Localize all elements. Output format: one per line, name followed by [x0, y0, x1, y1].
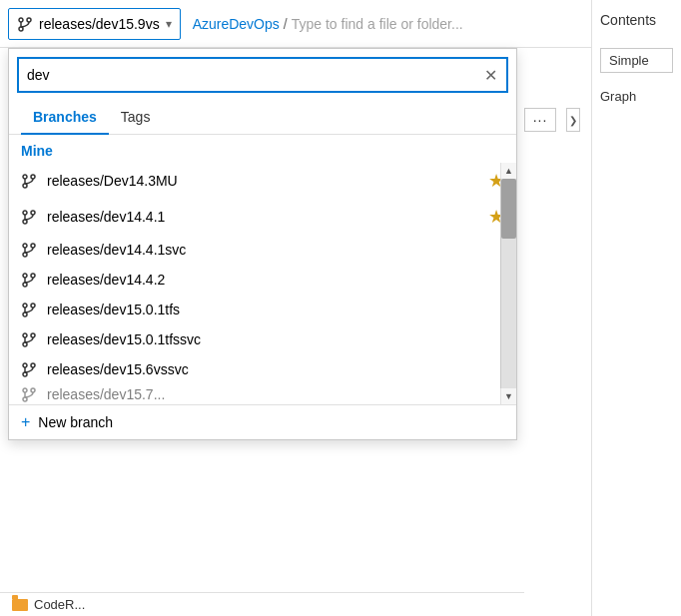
sidebar-contents-label: Contents	[592, 0, 681, 40]
svg-point-13	[23, 283, 27, 287]
tab-tags[interactable]: Tags	[109, 101, 163, 135]
bottom-folder-row: CodeR...	[0, 592, 524, 616]
branch-item-name: releases/dev15.6vssvc	[47, 361, 504, 377]
svg-point-7	[23, 220, 27, 224]
bottom-peek-label: CodeR...	[34, 597, 85, 612]
top-bar: releases/dev15.9vs ▾ AzureDevOps / Type …	[0, 0, 681, 48]
branch-list-container: ▲ releases/Dev14.3MU ★	[9, 163, 516, 404]
tabs-row: Branches Tags	[9, 101, 516, 135]
svg-point-20	[31, 333, 35, 337]
branch-item-name: releases/Dev14.3MU	[47, 173, 478, 189]
section-mine-header: Mine	[9, 135, 516, 163]
list-item[interactable]: releases/dev14.4.1 ★	[9, 199, 516, 235]
branch-dropdown-panel: ✕ Branches Tags Mine ▲ r	[8, 48, 517, 440]
svg-point-14	[31, 274, 35, 278]
plus-icon: +	[21, 413, 30, 431]
branch-item-name: releases/dev15.0.1tfs	[47, 302, 504, 317]
branch-item-name: releases/dev15.0.1tfssvc	[47, 331, 504, 347]
svg-point-9	[23, 244, 27, 248]
search-row: ✕	[17, 57, 508, 93]
sidebar-graph-label[interactable]: Graph	[592, 81, 681, 112]
right-sidebar: Contents Simple Graph	[591, 0, 681, 616]
svg-point-24	[23, 388, 27, 392]
breadcrumb-repo-link[interactable]: AzureDevOps	[193, 16, 280, 32]
svg-point-26	[31, 388, 35, 392]
new-branch-label: New branch	[38, 414, 113, 430]
branch-item-name: releases/dev14.4.1	[47, 209, 478, 225]
branch-icon	[21, 331, 37, 347]
svg-point-8	[31, 211, 35, 215]
scroll-down-button[interactable]: ▼	[500, 388, 516, 404]
svg-point-6	[23, 211, 27, 215]
scrollbar-thumb[interactable]	[501, 179, 516, 239]
scroll-up-button[interactable]: ▲	[500, 163, 516, 179]
svg-point-2	[27, 18, 31, 22]
folder-icon	[12, 599, 28, 611]
list-item[interactable]: releases/dev14.4.1svc	[9, 235, 516, 265]
list-item: releases/dev15.7...	[9, 384, 516, 404]
svg-point-4	[23, 184, 27, 188]
svg-point-22	[23, 372, 27, 376]
svg-point-12	[23, 274, 27, 278]
branch-selector[interactable]: releases/dev15.9vs ▾	[8, 8, 181, 40]
branch-search-input[interactable]	[19, 67, 474, 83]
branch-item-name: releases/dev14.4.1svc	[47, 242, 504, 258]
svg-point-1	[19, 27, 23, 31]
sidebar-simple-button[interactable]: Simple	[600, 48, 673, 73]
branch-item-name: releases/dev14.4.2	[47, 272, 504, 288]
branch-icon	[21, 272, 37, 288]
list-item[interactable]: releases/dev14.4.2	[9, 265, 516, 295]
new-branch-row[interactable]: + New branch	[9, 404, 516, 439]
svg-point-25	[23, 397, 27, 401]
svg-point-3	[23, 175, 27, 179]
scrollbar-track	[500, 179, 516, 388]
svg-point-23	[31, 363, 35, 367]
branch-item-name: releases/dev15.7...	[47, 386, 504, 402]
svg-point-18	[23, 333, 27, 337]
breadcrumb-separator: /	[284, 16, 288, 32]
svg-point-19	[23, 342, 27, 346]
more-options-button[interactable]: ···	[524, 108, 556, 132]
list-item[interactable]: releases/dev15.0.1tfssvc	[9, 324, 516, 354]
branch-icon	[21, 386, 37, 402]
svg-point-11	[31, 244, 35, 248]
branch-icon	[21, 242, 37, 258]
svg-point-0	[19, 18, 23, 22]
branch-name-label: releases/dev15.9vs	[39, 16, 160, 32]
branch-list: releases/Dev14.3MU ★ releases/dev14.4.1 …	[9, 163, 516, 404]
svg-point-10	[23, 253, 27, 257]
breadcrumb-search-hint[interactable]: Type to find a file or folder...	[292, 16, 463, 32]
list-item[interactable]: releases/dev15.0.1tfs	[9, 295, 516, 324]
chevron-down-icon: ▾	[166, 17, 172, 31]
svg-point-17	[31, 304, 35, 308]
svg-point-5	[31, 175, 35, 179]
list-item[interactable]: releases/Dev14.3MU ★	[9, 163, 516, 199]
tab-branches[interactable]: Branches	[21, 101, 109, 135]
svg-point-15	[23, 304, 27, 308]
svg-point-21	[23, 363, 27, 367]
collapse-panel-button[interactable]: ❯	[566, 108, 580, 132]
list-item[interactable]: releases/dev15.6vssvc	[9, 354, 516, 384]
branch-icon	[21, 209, 37, 225]
svg-point-16	[23, 312, 27, 316]
branch-icon	[21, 173, 37, 189]
branch-icon	[21, 302, 37, 317]
branch-icon	[21, 361, 37, 377]
branch-icon	[17, 16, 33, 32]
clear-search-icon[interactable]: ✕	[474, 59, 506, 91]
